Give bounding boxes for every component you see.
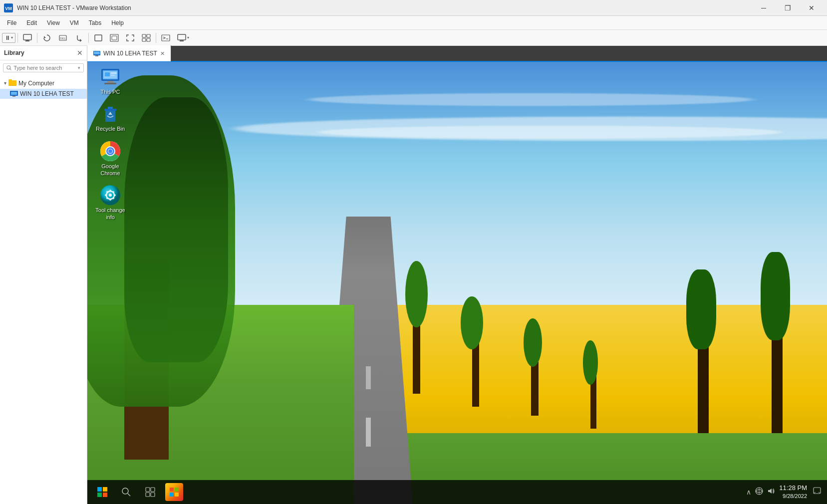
send-ctrl-alt-del-btn[interactable]: DEL <box>55 32 70 43</box>
svg-rect-68 <box>170 488 174 492</box>
title-bar-controls: ─ ❐ ✕ <box>752 0 823 16</box>
taskbar: ∧ <box>87 480 827 504</box>
vm-tree-icon <box>10 91 18 97</box>
svg-rect-9 <box>95 35 102 41</box>
notification-icon[interactable] <box>813 487 821 497</box>
recycle-bin-icon <box>100 104 120 124</box>
console-btn[interactable] <box>158 33 173 43</box>
svg-rect-52 <box>105 195 107 196</box>
single-window-icon <box>94 34 103 42</box>
svg-rect-37 <box>111 72 117 74</box>
tray-expand-icon[interactable]: ∧ <box>746 488 751 496</box>
tab-vm-icon <box>93 51 100 56</box>
svg-marker-74 <box>768 489 772 494</box>
search-icon <box>6 65 11 71</box>
unity-btn[interactable] <box>139 33 154 43</box>
desktop-icon-this-pc[interactable]: This PC <box>92 67 128 96</box>
tree-far-1-foliage <box>761 252 790 340</box>
svg-rect-13 <box>147 34 150 37</box>
toolbar-separator-4 <box>156 33 156 43</box>
sidebar: Library ✕ ▾ ▾ <box>0 46 87 504</box>
tab-win10[interactable]: WIN 10 LEHA TEST ✕ <box>87 45 171 61</box>
minimize-button[interactable]: ─ <box>752 0 775 16</box>
close-button[interactable]: ✕ <box>800 0 823 16</box>
svg-point-20 <box>7 66 10 69</box>
svg-rect-59 <box>103 487 107 492</box>
tab-close-button[interactable]: ✕ <box>160 50 165 57</box>
microsoft-store-button[interactable] <box>163 481 185 503</box>
network-icon[interactable] <box>755 487 763 497</box>
display-icon <box>177 34 186 42</box>
svg-rect-30 <box>94 51 100 54</box>
reset-icon <box>42 33 51 42</box>
tree-far-2-trunk <box>698 336 709 433</box>
clock[interactable]: 11:28 PM 9/28/2022 <box>779 484 807 501</box>
virtual-machine-btn[interactable] <box>20 33 35 43</box>
svg-rect-12 <box>142 34 146 37</box>
desktop-icons: This PC <box>92 67 128 222</box>
taskbar-right: ∧ <box>746 484 823 501</box>
desktop-background: This PC <box>87 62 827 504</box>
pause-icon: ⏸ <box>4 34 10 41</box>
menu-tabs[interactable]: Tabs <box>84 17 106 28</box>
search-dropdown-arrow[interactable]: ▾ <box>78 65 80 70</box>
menu-file[interactable]: File <box>2 17 21 28</box>
sidebar-close-button[interactable]: ✕ <box>77 49 83 57</box>
menu-view[interactable]: View <box>42 17 65 28</box>
sidebar-item-my-computer[interactable]: ▾ My Computer <box>0 77 87 89</box>
start-button[interactable] <box>91 481 113 503</box>
menu-edit[interactable]: Edit <box>21 17 42 28</box>
sidebar-item-label-my-computer: My Computer <box>18 80 54 87</box>
svg-point-49 <box>109 194 112 197</box>
svg-rect-33 <box>107 81 113 83</box>
single-window-btn[interactable] <box>91 33 106 43</box>
unity-icon <box>142 34 151 42</box>
grab-input-btn[interactable] <box>71 32 86 43</box>
title-bar: VM WIN 10 LEHA TEST - VMware Workstation… <box>0 0 827 16</box>
svg-rect-58 <box>97 487 102 492</box>
sidebar-item-label-win10: WIN 10 LEHA TEST <box>20 90 74 97</box>
fullscreen-icon <box>126 34 135 42</box>
svg-line-21 <box>10 69 11 70</box>
task-view-button[interactable] <box>139 481 161 503</box>
svg-rect-24 <box>8 80 16 85</box>
svg-rect-61 <box>103 493 107 497</box>
display-settings-btn[interactable]: ▾ <box>174 33 192 43</box>
sidebar-search-container: ▾ <box>3 63 84 72</box>
clock-time: 11:28 PM <box>779 484 807 493</box>
fullscreen-btn[interactable] <box>123 33 138 43</box>
desktop-icon-google-chrome[interactable]: Google Chrome <box>92 141 128 178</box>
svg-rect-36 <box>105 72 110 76</box>
send-cad-icon: DEL <box>58 33 67 42</box>
svg-rect-40 <box>104 109 116 111</box>
menu-help[interactable]: Help <box>106 17 129 28</box>
vm-desktop[interactable]: This PC <box>87 62 827 504</box>
restore-button[interactable]: ❐ <box>776 0 799 16</box>
menu-vm[interactable]: VM <box>65 17 84 28</box>
svg-rect-69 <box>175 488 179 492</box>
svg-rect-51 <box>110 199 111 201</box>
sidebar-header: Library ✕ <box>0 46 87 60</box>
tree-3-trunk <box>472 340 480 407</box>
store-icon <box>165 483 183 501</box>
fit-window-btn[interactable] <box>107 33 122 43</box>
toolbar-separator-2 <box>37 33 37 43</box>
pause-button[interactable]: ⏸ ▾ <box>2 33 15 43</box>
content-area: WIN 10 LEHA TEST ✕ <box>87 46 827 504</box>
volume-icon[interactable] <box>767 487 775 497</box>
sidebar-item-win10[interactable]: WIN 10 LEHA TEST <box>0 89 87 99</box>
svg-rect-67 <box>151 493 155 497</box>
reset-btn[interactable] <box>39 32 54 43</box>
search-input[interactable] <box>13 65 76 71</box>
google-chrome-label: Google Chrome <box>92 162 128 178</box>
tool-change-info-icon <box>100 185 120 205</box>
svg-rect-3 <box>25 40 29 41</box>
svg-rect-15 <box>147 38 150 41</box>
google-chrome-icon <box>100 141 120 161</box>
desktop-icon-tool-change-info[interactable]: Tool change info <box>92 185 128 222</box>
taskbar-search-button[interactable] <box>115 481 137 503</box>
svg-rect-11 <box>112 36 117 40</box>
title-bar-title: WIN 10 LEHA TEST - VMware Workstation <box>17 4 131 11</box>
recycle-bin-label: Recycle Bin <box>94 125 126 133</box>
desktop-icon-recycle-bin[interactable]: Recycle Bin <box>92 104 128 133</box>
